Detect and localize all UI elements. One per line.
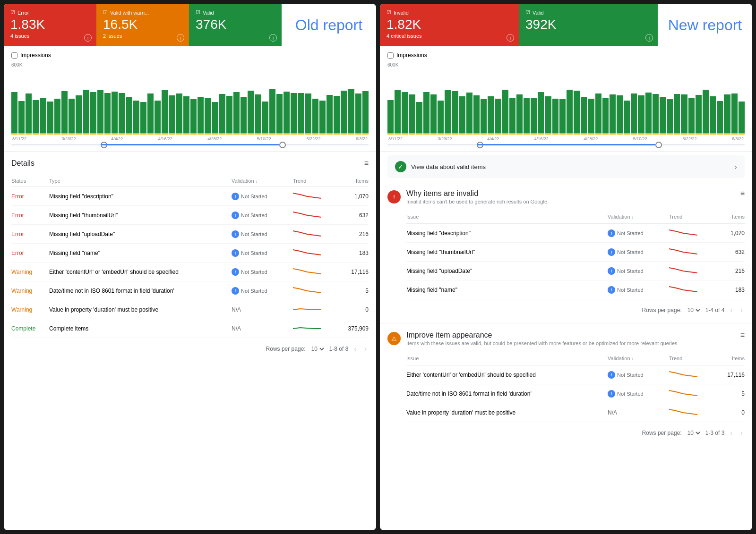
improve-title: Improve item appearance [406, 331, 678, 339]
row-items: 375,909 [335, 325, 369, 332]
row-validation: ! Not Started [608, 286, 669, 294]
new-report-panel: ☑ Invalid 1.82K 4 critical issues i ☑ Va… [380, 4, 752, 530]
new-impressions-label: Impressions [396, 52, 427, 59]
why-invalid-section: ! Why items are invalid Invalid items ca… [380, 182, 752, 323]
valid-items-row[interactable]: ✓ View data about valid items › [387, 155, 745, 178]
warning-info-icon[interactable]: i [177, 34, 184, 42]
sort-arrow-improve: ↓ [632, 356, 634, 361]
chart-bar-group [155, 73, 161, 135]
chart-bar-group [430, 73, 437, 135]
new-invalid-value: 1.82K [387, 17, 512, 32]
invalid-range: 1-4 of 4 [705, 307, 725, 314]
table-header: Status Type Validation ↓ Trend Items [11, 175, 369, 187]
rows-per-page-select[interactable]: 10 25 50 [309, 345, 326, 353]
row-validation: ! Not Started [232, 268, 293, 276]
slider-right-thumb[interactable] [279, 142, 286, 148]
prev-page-button[interactable]: ‹ [352, 344, 358, 354]
improve-content: Improve item appearance Items with these… [406, 331, 745, 438]
chart-bar-group [183, 73, 189, 135]
row-items: 5 [712, 390, 745, 397]
col-validation[interactable]: Validation ↓ [232, 178, 293, 184]
invalid-next-btn[interactable]: › [739, 305, 745, 315]
next-page-button[interactable]: › [362, 344, 369, 354]
chart-bar-group [674, 73, 680, 135]
chart-bar-group [26, 73, 32, 135]
new-impressions-checkbox[interactable] [387, 52, 394, 59]
improve-range: 1-3 of 3 [705, 430, 725, 436]
table-row: Missing field "uploadDate" ! Not Started… [406, 262, 745, 280]
chart-bar-group [466, 73, 472, 135]
invalid-prev-btn[interactable]: ‹ [728, 305, 734, 315]
row-type: Either 'contentUrl' or 'embedUrl' should… [49, 269, 232, 275]
new-report-title-area: New report [658, 4, 752, 46]
chart-bar-group [334, 73, 340, 135]
slider-range [101, 144, 279, 145]
chart-bar-group [552, 73, 558, 135]
valid-check-circle-icon: ✓ [395, 161, 406, 172]
chart-bar-group [47, 73, 53, 135]
new-invalid-label: Invalid [394, 10, 409, 16]
row-trend [293, 191, 335, 202]
chart-bar-group [459, 73, 465, 135]
new-slider-right-thumb[interactable] [655, 142, 662, 148]
row-items: 17,116 [335, 269, 369, 275]
error-info-icon[interactable]: i [84, 34, 92, 42]
new-valid-info-icon[interactable]: i [645, 34, 653, 42]
col-status: Status [11, 178, 49, 184]
chart-bar-group [76, 73, 82, 135]
valid-items-label: View data about valid items [411, 163, 486, 170]
chart-bar-group [262, 73, 268, 135]
col-validation-improve[interactable]: Validation ↓ [608, 356, 669, 361]
row-validation: ! Not Started [232, 287, 293, 295]
chevron-right-icon: › [734, 162, 737, 172]
chart-bar-group [126, 73, 132, 135]
chart-bar-group [538, 73, 544, 135]
table-row: Missing field "thumbnailUrl" ! Not Start… [406, 243, 745, 262]
chart-bar-group [284, 73, 290, 135]
chart-bar-group [531, 73, 537, 135]
row-issue: Date/time not in ISO 8601 format in fiel… [406, 390, 608, 397]
valid-card: ☑ Valid 376K i [189, 4, 282, 46]
chart-bar-group [481, 73, 487, 135]
old-pagination: Rows per page: 10 25 50 1-8 of 8 ‹ › [11, 344, 369, 354]
row-items: 1,070 [712, 230, 745, 237]
col-validation[interactable]: Validation ↓ [608, 214, 669, 220]
improve-filter-icon[interactable]: ≡ [740, 331, 745, 339]
why-invalid-filter-icon[interactable]: ≡ [740, 189, 745, 198]
row-type: Missing field "thumbnailUrl" [49, 212, 232, 219]
chart-bar-group [488, 73, 494, 135]
row-trend [293, 210, 335, 220]
chart-bar-group [524, 73, 530, 135]
chart-bar-group [319, 73, 326, 135]
row-type: Missing field "description" [49, 193, 232, 200]
row-validation: N/A [608, 409, 669, 416]
chart-bar-group [298, 73, 304, 135]
chart-bar-group [241, 73, 247, 135]
valid-info-icon[interactable]: i [269, 34, 277, 42]
chart-bar-group [169, 73, 175, 135]
valid-value: 376K [196, 17, 275, 32]
rows-select-improve[interactable]: 10 [686, 429, 702, 437]
new-valid-value: 392K [525, 17, 651, 32]
row-validation: ! Not Started [608, 371, 669, 379]
rows-select-invalid[interactable]: 10 [686, 306, 702, 314]
valid-label: Valid [203, 10, 214, 16]
row-issue: Missing field "description" [406, 230, 608, 237]
impressions-checkbox[interactable] [11, 52, 17, 59]
old-report-chart-section: Impressions 600K 3/11/22 3/23/22 4/4/22 … [4, 46, 376, 152]
improve-prev-btn[interactable]: ‹ [728, 428, 734, 438]
chart-bar-group [362, 73, 369, 135]
chart-y-max: 600K [11, 62, 369, 68]
chart-bar-group [119, 73, 125, 135]
new-invalid-checkbox-icon: ☑ [387, 9, 391, 16]
chart-bar-group [326, 73, 333, 135]
row-issue: Missing field "name" [406, 287, 608, 293]
filter-icon[interactable]: ≡ [364, 159, 369, 168]
table-row: Warning Value in property 'duration' mus… [11, 300, 369, 319]
improve-next-btn[interactable]: › [739, 428, 745, 438]
chart-bar-group [473, 73, 480, 135]
new-invalid-info-icon[interactable]: i [507, 34, 514, 42]
chart-bar-group [409, 73, 415, 135]
table-row: Either 'contentUrl' or 'embedUrl' should… [406, 365, 745, 384]
chart-bar-group [104, 73, 111, 135]
